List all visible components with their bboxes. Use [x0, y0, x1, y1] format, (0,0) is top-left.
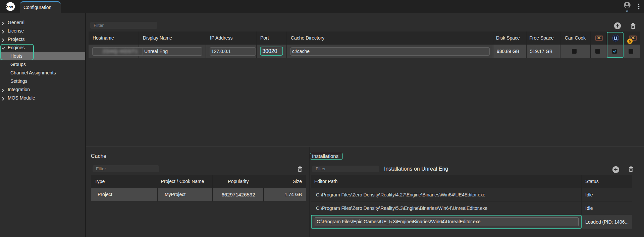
svg-text:RH: RH — [8, 5, 13, 8]
svg-text:a: a — [626, 9, 629, 13]
